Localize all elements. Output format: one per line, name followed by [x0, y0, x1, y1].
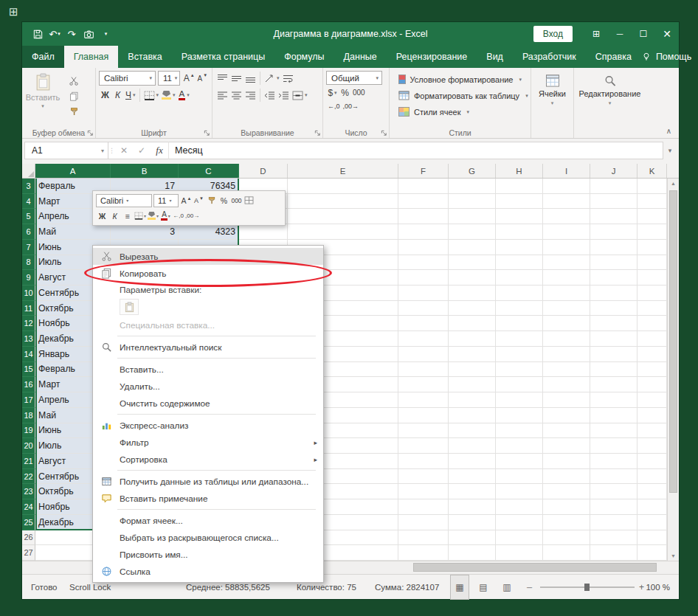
- cell-K16[interactable]: [637, 377, 667, 392]
- customize-qat-button[interactable]: ▾: [99, 27, 112, 41]
- cell-G13[interactable]: [449, 331, 496, 347]
- cell-H22[interactable]: [496, 469, 543, 485]
- row-header-22[interactable]: 22: [22, 469, 35, 485]
- cell-J25[interactable]: [590, 515, 637, 530]
- row-header-8[interactable]: 8: [22, 255, 35, 271]
- cell-E3[interactable]: [288, 179, 398, 194]
- cell-I22[interactable]: [543, 469, 590, 485]
- undo-button[interactable]: ↶▾: [48, 27, 61, 41]
- cell-J5[interactable]: [590, 209, 637, 224]
- wrap-text-button[interactable]: [281, 71, 295, 86]
- cell-G3[interactable]: [449, 179, 496, 194]
- camera-button[interactable]: [82, 27, 95, 41]
- cell-I12[interactable]: [543, 316, 590, 331]
- cell-I11[interactable]: [543, 301, 590, 316]
- tab-help[interactable]: Справка: [586, 46, 641, 68]
- cell-J9[interactable]: [590, 270, 637, 285]
- align-bottom-button[interactable]: [243, 71, 258, 86]
- paste-button[interactable]: Вставить ▾: [22, 68, 63, 138]
- cell-J15[interactable]: [590, 362, 637, 378]
- comma-style-button[interactable]: 000: [351, 86, 367, 99]
- row-header-16[interactable]: 16: [22, 377, 35, 392]
- row-header-23[interactable]: 23: [22, 484, 35, 499]
- cell-H14[interactable]: [496, 347, 543, 362]
- cell-J16[interactable]: [590, 377, 637, 392]
- cell-I26[interactable]: [543, 530, 590, 546]
- name-box[interactable]: A1▾: [24, 142, 108, 159]
- mini-comma-button[interactable]: 000: [230, 194, 243, 207]
- cell-F4[interactable]: [398, 194, 449, 210]
- mini-format-painter-button[interactable]: [205, 194, 218, 207]
- cell-J22[interactable]: [590, 469, 637, 485]
- normal-view-button[interactable]: ▦: [450, 575, 469, 600]
- cell-K17[interactable]: [637, 392, 667, 408]
- cell-F17[interactable]: [398, 392, 449, 408]
- cell-G27[interactable]: [449, 545, 496, 561]
- ribbon-display-options-button[interactable]: ⊞: [584, 22, 608, 46]
- cell-F11[interactable]: [398, 301, 449, 316]
- cell-H21[interactable]: [496, 454, 543, 469]
- column-header-J[interactable]: J: [590, 164, 637, 178]
- cell-K14[interactable]: [637, 347, 667, 362]
- cell-F8[interactable]: [398, 255, 449, 271]
- cell-I7[interactable]: [543, 240, 590, 255]
- align-middle-button[interactable]: [229, 71, 243, 86]
- cell-G7[interactable]: [449, 240, 496, 255]
- menu-item-quick-analysis[interactable]: Экспресс-анализ: [93, 417, 323, 434]
- cell-F25[interactable]: [398, 515, 449, 530]
- cell-J10[interactable]: [590, 285, 637, 301]
- cell-G14[interactable]: [449, 347, 496, 362]
- cell-I3[interactable]: [543, 179, 590, 194]
- cell-H10[interactable]: [496, 285, 543, 301]
- mini-bold-button[interactable]: Ж: [96, 210, 108, 222]
- font-color-button[interactable]: А▾: [177, 88, 191, 103]
- cell-J24[interactable]: [590, 499, 637, 515]
- cell-G26[interactable]: [449, 530, 496, 546]
- mini-font-name-select[interactable]: Calibri▾: [96, 194, 152, 207]
- row-header-7[interactable]: 7: [22, 240, 35, 255]
- percent-style-button[interactable]: %: [339, 86, 351, 99]
- scroll-down-icon[interactable]: ▼: [668, 553, 679, 558]
- cell-K4[interactable]: [637, 194, 667, 210]
- cell-F21[interactable]: [398, 454, 449, 469]
- cell-I19[interactable]: [543, 423, 590, 439]
- cell-H12[interactable]: [496, 316, 543, 331]
- menu-item-pick-from-list[interactable]: Выбрать из раскрывающегося списка...: [93, 529, 323, 546]
- maximize-button[interactable]: ☐: [632, 22, 655, 46]
- column-header-G[interactable]: G: [449, 164, 496, 178]
- cell-J13[interactable]: [590, 331, 637, 347]
- cell-H16[interactable]: [496, 377, 543, 392]
- cell-K12[interactable]: [637, 316, 667, 331]
- menu-item-link[interactable]: Ссылка: [93, 563, 323, 580]
- cell-I25[interactable]: [543, 515, 590, 530]
- cell-styles-button[interactable]: Стили ячеек▾: [393, 104, 528, 120]
- cell-G9[interactable]: [449, 270, 496, 285]
- cell-I15[interactable]: [543, 362, 590, 378]
- mini-grow-font-button[interactable]: А▲: [180, 194, 193, 207]
- cell-K8[interactable]: [637, 255, 667, 271]
- cell-G19[interactable]: [449, 423, 496, 439]
- cell-E4[interactable]: [288, 194, 398, 210]
- cell-I20[interactable]: [543, 438, 590, 454]
- row-header-3[interactable]: 3: [22, 179, 35, 194]
- menu-item-paste-special[interactable]: Специальная вставка...: [93, 316, 323, 333]
- shrink-font-button[interactable]: А▼: [196, 71, 209, 86]
- save-button[interactable]: [31, 27, 44, 41]
- sign-in-button[interactable]: Вход: [533, 26, 573, 42]
- cell-G23[interactable]: [449, 484, 496, 499]
- format-as-table-button[interactable]: Форматировать как таблицу▾: [393, 88, 528, 103]
- cell-K23[interactable]: [637, 484, 667, 499]
- cell-I10[interactable]: [543, 285, 590, 301]
- cell-K27[interactable]: [637, 545, 667, 561]
- column-header-F[interactable]: F: [398, 164, 449, 178]
- row-header-15[interactable]: 15: [22, 362, 35, 378]
- row-header-11[interactable]: 11: [22, 301, 35, 316]
- cell-G11[interactable]: [449, 301, 496, 316]
- tab-file[interactable]: Файл: [22, 46, 64, 68]
- align-right-button[interactable]: [243, 88, 258, 103]
- cell-F12[interactable]: [398, 316, 449, 331]
- cell-J21[interactable]: [590, 454, 637, 469]
- cell-I27[interactable]: [543, 545, 590, 561]
- format-painter-button[interactable]: [67, 106, 80, 117]
- cell-G21[interactable]: [449, 454, 496, 469]
